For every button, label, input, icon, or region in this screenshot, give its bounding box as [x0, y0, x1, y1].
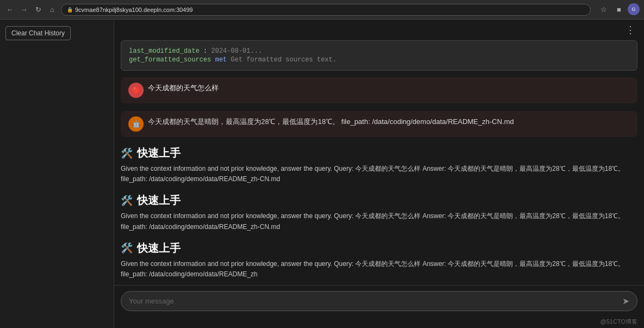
sidebar: Clear Chat History — [0, 20, 114, 328]
browser-chrome: ← → ↻ ⌂ 🔒 9cvmae87nkpilj8skya100.deepln.… — [0, 0, 644, 20]
user-avatar: 🔴 — [128, 83, 144, 98]
tool-block-0: 🛠️ 快速上手 Given the context information an… — [121, 146, 637, 184]
tool-body-2: Given the context information and not pr… — [121, 259, 637, 280]
send-button[interactable]: ➤ — [622, 296, 629, 306]
address-bar[interactable]: 🔒 9cvmae87nkpilj8skya100.deepln.com:3049… — [61, 4, 591, 16]
tool-header-2: 🛠️ 快速上手 — [121, 241, 637, 256]
ai-avatar: 🤖 — [128, 116, 144, 132]
tool-block-1: 🛠️ 快速上手 Given the context information an… — [121, 193, 637, 232]
tool-header-1: 🛠️ 快速上手 — [121, 193, 637, 208]
lock-icon: 🔒 — [67, 7, 73, 13]
ai-msg-bubble: 🤖 今天成都的天气是晴朗，最高温度为28℃，最低温度为18℃。 file_pat… — [121, 111, 637, 137]
tool-name-2: 快速上手 — [137, 241, 181, 256]
app-container: Clear Chat History ⋮ last_modified_date … — [0, 20, 644, 328]
reload-button[interactable]: ↻ — [33, 4, 44, 15]
tool-block-2: 🛠️ 快速上手 Given the context information an… — [121, 241, 637, 280]
input-area: ➤ — [114, 285, 644, 317]
main-content: ⋮ last_modified_date : 2024-08-01... get… — [114, 20, 644, 328]
ai-text: 今天成都的天气是晴朗，最高温度为28℃，最低温度为18℃。 file_path:… — [148, 116, 514, 127]
chat-area: last_modified_date : 2024-08-01... get_f… — [114, 40, 644, 285]
bookmark-icon[interactable]: ☆ — [597, 3, 610, 16]
browser-icons: ☆ ■ G — [597, 3, 640, 16]
home-button[interactable]: ⌂ — [47, 4, 58, 15]
tool-body-0: Given the context information and not pr… — [121, 164, 637, 184]
tool-body-1: Given the context information and not pr… — [121, 211, 637, 232]
footer-text: @51CTO博客 — [600, 318, 637, 325]
tool-icon-0: 🛠️ — [121, 147, 133, 159]
tool-icon-2: 🛠️ — [121, 242, 133, 254]
message-input[interactable] — [129, 297, 618, 305]
code-comment: Get formatted sources text. — [231, 56, 336, 64]
tool-name-1: 快速上手 — [137, 193, 181, 208]
user-message-text: 今天成都的天气怎么样 — [148, 83, 219, 94]
code-block: last_modified_date : 2024-08-01... get_f… — [121, 40, 637, 71]
profile-avatar[interactable]: G — [628, 3, 640, 15]
extensions-icon[interactable]: ■ — [612, 3, 626, 16]
code-method-key: get_formatted_sources — [129, 56, 211, 64]
ai-response: 🤖 今天成都的天气是晴朗，最高温度为28℃，最低温度为18℃。 file_pat… — [121, 109, 637, 285]
code-line-2: get_formatted_sources met Get formatted … — [129, 56, 629, 64]
back-button[interactable]: ← — [4, 4, 15, 15]
tool-header-0: 🛠️ 快速上手 — [121, 146, 637, 160]
footer: @51CTO博客 — [114, 317, 644, 328]
code-key: last_modified_date — [129, 47, 200, 55]
code-val: 2024-08-01... — [211, 47, 262, 55]
menu-dots-button[interactable]: ⋮ — [622, 23, 639, 37]
user-message: 🔴 今天成都的天气怎么样 — [121, 77, 637, 103]
code-line-1: last_modified_date : 2024-08-01... — [129, 47, 629, 55]
ai-first-message: 🤖 今天成都的天气是晴朗，最高温度为28℃，最低温度为18℃。 file_pat… — [121, 111, 637, 137]
forward-button[interactable]: → — [18, 4, 29, 15]
clear-chat-button[interactable]: Clear Chat History — [5, 26, 71, 40]
code-method: met — [215, 56, 231, 64]
url-text: 9cvmae87nkpilj8skya100.deepln.com:30499 — [75, 7, 193, 13]
input-wrapper: ➤ — [121, 291, 637, 311]
tool-name-0: 快速上手 — [137, 146, 181, 160]
topbar: ⋮ — [114, 20, 644, 40]
tool-icon-1: 🛠️ — [121, 195, 133, 207]
